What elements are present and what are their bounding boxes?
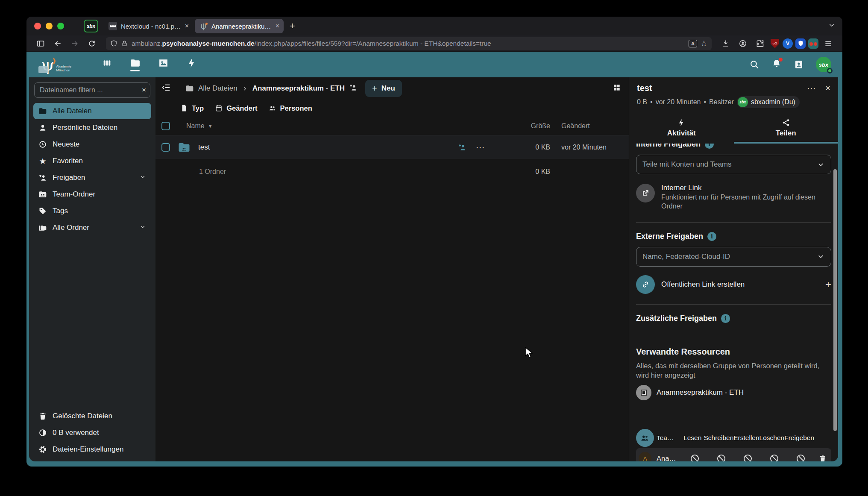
notifications-button[interactable]: [771, 59, 782, 70]
mouse-cursor: [525, 347, 536, 360]
breadcrumb-current[interactable]: Anamnesepraktikum - ETH: [252, 84, 345, 93]
app-files[interactable]: [126, 58, 144, 71]
file-name[interactable]: test: [198, 143, 210, 152]
sidebar-item-freigaben[interactable]: Freigaben: [33, 170, 151, 186]
sidebar-item-alle-ordner[interactable]: Alle Ordner: [33, 220, 151, 236]
info-icon[interactable]: i: [721, 314, 730, 323]
new-button[interactable]: + Neu: [365, 80, 402, 97]
file-row-test[interactable]: test ··· 0 KB vor 20 Minuten: [155, 135, 629, 159]
address-bar[interactable]: ambulanz.psychoanalyse-muenchen.de/index…: [106, 37, 712, 50]
column-name[interactable]: Name ▼: [186, 122, 213, 130]
new-tab-button[interactable]: +: [285, 21, 299, 32]
perm-erstellen-deny[interactable]: [734, 455, 761, 461]
row-checkbox[interactable]: [161, 143, 170, 152]
extensions-icon[interactable]: [753, 37, 767, 50]
perm-loeschen-deny[interactable]: [761, 455, 788, 461]
lock-icon[interactable]: [121, 40, 128, 47]
perm-freigeben-deny[interactable]: [788, 455, 814, 461]
back-icon[interactable]: [50, 37, 65, 50]
add-public-link-icon[interactable]: +: [825, 280, 831, 289]
list-all-tabs-button[interactable]: [828, 21, 836, 31]
clear-filter-icon[interactable]: ×: [142, 86, 146, 94]
delete-rule-icon[interactable]: [814, 455, 831, 461]
sidebar-item-tags[interactable]: Tags: [33, 203, 151, 219]
user-avatar[interactable]: sbx: [816, 57, 831, 72]
pinned-tab-sbx[interactable]: sbx: [84, 20, 98, 32]
forward-icon[interactable]: [67, 37, 82, 50]
internal-link-row[interactable]: Interner Link Funktioniert nur für Perso…: [636, 184, 831, 211]
share-search-input[interactable]: [642, 160, 817, 169]
filter-chip-typ[interactable]: Typ: [180, 104, 204, 112]
filename-filter-input[interactable]: [34, 82, 150, 98]
sidebar-item-team-ordner[interactable]: Team-Ordner: [33, 186, 151, 203]
column-size[interactable]: Größe: [509, 122, 550, 130]
panel-scrollbar[interactable]: [833, 169, 837, 431]
search-icon[interactable]: [749, 59, 760, 70]
sidebar-item-speicher[interactable]: 0 B verwendet: [33, 425, 151, 441]
create-public-link-row[interactable]: Öffentlichen Link erstellen +: [636, 275, 831, 294]
minimize-window-button[interactable]: [46, 23, 53, 29]
app-dashboard[interactable]: [98, 58, 115, 71]
zoom-window-button[interactable]: [57, 23, 64, 29]
column-modified[interactable]: Geändert: [550, 122, 621, 130]
tab-nextcloud[interactable]: Nextcloud - nc01.psychoanalyse ×: [104, 19, 193, 33]
share-with-accounts-combobox[interactable]: [636, 155, 831, 174]
acl-row-ana[interactable]: A Ana…: [636, 448, 831, 461]
trash-icon: [38, 412, 47, 420]
perm-schreiben-deny[interactable]: [708, 455, 734, 461]
tab-anamnesepraktikum[interactable]: ψ Anamnesepraktikum - ETH - Alle ×: [195, 19, 284, 33]
shared-indicator-icon[interactable]: [349, 83, 358, 94]
close-tab-icon[interactable]: ×: [276, 23, 279, 29]
close-tab-icon[interactable]: ×: [185, 23, 189, 29]
downloads-icon[interactable]: [718, 37, 733, 50]
bitwarden-extension-icon[interactable]: [795, 38, 806, 49]
app-activity[interactable]: [183, 58, 200, 71]
related-resource-item[interactable]: Anamnesepraktikum - ETH: [636, 385, 831, 400]
sharing-panel-scroll[interactable]: Interne Freigaben i Interner Link Funkti…: [636, 144, 831, 461]
collapse-sidebar-icon[interactable]: [161, 83, 171, 94]
reload-icon[interactable]: [85, 37, 99, 50]
tab-aktivitaet[interactable]: Aktivität: [629, 115, 734, 144]
monkey-extension-icon[interactable]: [808, 38, 818, 49]
filter-chip-geaendert[interactable]: Geändert: [215, 104, 257, 112]
expand-chevron-icon[interactable]: [139, 223, 146, 232]
info-icon[interactable]: i: [705, 144, 714, 149]
menu-icon[interactable]: [821, 37, 836, 50]
select-all-checkbox[interactable]: [161, 122, 170, 130]
grid-view-toggle[interactable]: [613, 83, 621, 94]
owner-chip[interactable]: sbx sbxadmin (Du): [737, 96, 800, 108]
nextcloud-logo[interactable]: ψ AkademieMünchen: [41, 57, 78, 72]
share-status-icon[interactable]: [458, 143, 466, 152]
federated-share-combobox[interactable]: [636, 247, 831, 267]
federated-share-input[interactable]: [642, 252, 817, 261]
sidebar-item-persoenliche-dateien[interactable]: Persönliche Dateien: [33, 120, 151, 136]
tracking-protection-icon[interactable]: [110, 40, 117, 47]
acl-section: Tea… Lesen Schreiben Erstellen Löschen F…: [636, 428, 831, 461]
sidebar-item-dateien-einstellungen[interactable]: Dateien-Einstellungen: [33, 441, 151, 458]
nextcloud-header: ψ AkademieMünchen: [26, 52, 842, 77]
close-window-button[interactable]: [34, 23, 41, 29]
perm-lesen-deny[interactable]: [681, 455, 708, 461]
row-actions-icon[interactable]: ···: [476, 143, 485, 152]
details-actions-icon[interactable]: ···: [807, 84, 816, 93]
vimium-extension-icon[interactable]: V: [783, 38, 793, 49]
translate-icon[interactable]: A: [689, 40, 697, 47]
sidebar-item-favoriten[interactable]: ★ Favoriten: [33, 153, 151, 169]
contacts-icon[interactable]: [794, 59, 804, 70]
details-meta: 0 B• vor 20 Minuten• Besitzer sbx sbxadm…: [637, 96, 830, 108]
account-icon[interactable]: [736, 37, 750, 50]
filter-chip-personen[interactable]: Personen: [269, 104, 312, 112]
sidebar-item-alle-dateien[interactable]: Alle Dateien: [33, 103, 151, 119]
sidebar-item-geloeschte-dateien[interactable]: Gelöschte Dateien: [33, 408, 151, 424]
breadcrumb-root[interactable]: Alle Dateien: [198, 84, 238, 93]
bookmark-star-icon[interactable]: ☆: [701, 39, 707, 48]
ublock-extension-icon[interactable]: uO: [770, 38, 780, 49]
info-icon[interactable]: i: [707, 232, 716, 241]
sidebar-toggle-icon[interactable]: [33, 37, 48, 50]
expand-chevron-icon[interactable]: [139, 173, 146, 182]
app-photos[interactable]: [155, 58, 172, 71]
close-details-icon[interactable]: ×: [825, 83, 830, 93]
filename-filter[interactable]: ×: [34, 82, 150, 98]
sidebar-item-neueste[interactable]: Neueste: [33, 136, 151, 153]
tab-teilen[interactable]: Teilen: [734, 115, 839, 144]
